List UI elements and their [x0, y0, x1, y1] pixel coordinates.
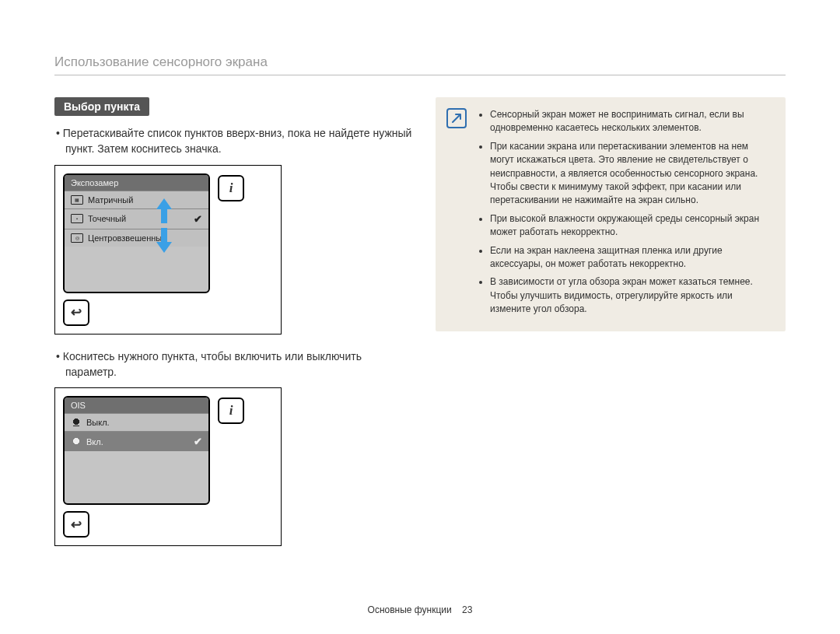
- note-item: В зависимости от угла обзора экран может…: [490, 275, 772, 316]
- list-item-label: Вкл.: [86, 437, 103, 447]
- note-item: Сенсорный экран может не воспринимать си…: [490, 108, 772, 135]
- info-button[interactable]: i: [218, 398, 244, 424]
- cam-header: Экспозамер: [65, 175, 208, 191]
- spot-icon: •: [71, 214, 83, 223]
- instruction-drag: Перетаскивайте список пунктов вверх-вниз…: [54, 125, 412, 157]
- check-icon: ✔: [194, 213, 202, 225]
- note-item: При касании экрана или перетаскивании эл…: [490, 140, 772, 208]
- list-item[interactable]: ◎ Центровзвешенный: [65, 229, 208, 247]
- figure-metering: Экспозамер ▦ Матричный • Точечный ✔ ◎: [54, 165, 282, 335]
- list-item[interactable]: Выкл.: [65, 413, 208, 431]
- page: Использование сенсорного экрана Выбор пу…: [0, 0, 840, 634]
- camera-screen-ois: OIS Выкл. Вкл. ✔: [63, 396, 210, 505]
- note-item: Если на экран наклеена защитная пленка и…: [490, 244, 772, 271]
- note-box: Сенсорный экран может не воспринимать си…: [436, 97, 786, 331]
- page-title: Использование сенсорного экрана: [54, 54, 786, 75]
- left-column: Выбор пункта Перетаскивайте список пункт…: [54, 97, 412, 560]
- figure-ois: OIS Выкл. Вкл. ✔ i ↩: [54, 387, 282, 546]
- note-list: Сенсорный экран может не воспринимать си…: [478, 108, 772, 316]
- camera-screen-metering: Экспозамер ▦ Матричный • Точечный ✔ ◎: [63, 173, 210, 293]
- page-footer: Основные функции 23: [0, 604, 840, 615]
- section-label: Выбор пункта: [54, 97, 149, 116]
- back-button[interactable]: ↩: [63, 511, 89, 538]
- footer-page-number: 23: [462, 604, 472, 615]
- matrix-icon: ▦: [71, 195, 83, 205]
- center-icon: ◎: [71, 233, 83, 243]
- back-button[interactable]: ↩: [63, 299, 89, 326]
- info-button[interactable]: i: [218, 175, 244, 201]
- list-item-label: Центровзвешенный: [88, 233, 166, 243]
- list-item[interactable]: • Точечный ✔: [65, 208, 208, 229]
- note-icon: [446, 108, 467, 128]
- ois-on-icon: [71, 437, 82, 447]
- check-icon: ✔: [194, 436, 202, 447]
- ois-off-icon: [71, 418, 82, 427]
- list-item-label: Точечный: [88, 214, 126, 223]
- list-item-label: Матричный: [88, 195, 133, 205]
- list-item[interactable]: Вкл. ✔: [65, 431, 208, 451]
- note-item: При высокой влажности окружающей среды с…: [490, 212, 772, 240]
- cam-header: OIS: [65, 398, 208, 413]
- list-item-label: Выкл.: [86, 418, 110, 427]
- content-columns: Выбор пункта Перетаскивайте список пункт…: [54, 97, 786, 560]
- list-item[interactable]: ▦ Матричный: [65, 191, 208, 208]
- right-column: Сенсорный экран может не воспринимать си…: [436, 97, 786, 560]
- footer-section: Основные функции: [368, 604, 452, 615]
- instruction-tap: Коснитесь нужного пункта, чтобы включить…: [54, 349, 412, 380]
